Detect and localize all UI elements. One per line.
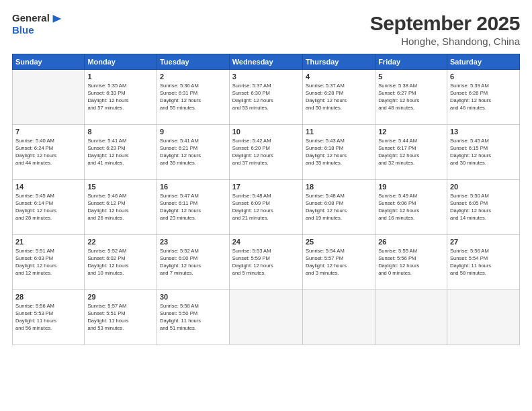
day-number: 6 [450,73,517,81]
calendar-cell: 16Sunrise: 5:47 AM Sunset: 6:11 PM Dayli… [157,180,229,235]
day-number: 27 [450,238,517,246]
calendar-cell [302,290,375,345]
calendar-cell: 24Sunrise: 5:53 AM Sunset: 5:59 PM Dayli… [229,235,302,290]
day-number: 25 [306,238,372,246]
calendar-cell: 18Sunrise: 5:48 AM Sunset: 6:08 PM Dayli… [302,180,375,235]
day-number: 4 [306,73,372,81]
calendar-cell: 30Sunrise: 5:58 AM Sunset: 5:50 PM Dayli… [157,290,229,345]
day-info: Sunrise: 5:37 AM Sunset: 6:28 PM Dayligh… [306,82,372,111]
logo: General Blue [12,12,63,36]
day-number: 29 [87,293,154,301]
calendar-cell: 15Sunrise: 5:46 AM Sunset: 6:12 PM Dayli… [85,180,157,235]
calendar-cell: 10Sunrise: 5:42 AM Sunset: 6:20 PM Dayli… [229,125,302,180]
day-info: Sunrise: 5:47 AM Sunset: 6:11 PM Dayligh… [160,192,226,222]
day-info: Sunrise: 5:38 AM Sunset: 6:27 PM Dayligh… [378,82,444,111]
calendar-cell [375,290,447,345]
title-block: September 2025 Honghe, Shandong, China [370,12,520,47]
calendar-cell: 3Sunrise: 5:37 AM Sunset: 6:30 PM Daylig… [229,70,302,125]
calendar-cell: 28Sunrise: 5:56 AM Sunset: 5:53 PM Dayli… [13,290,85,345]
day-number: 21 [15,238,81,246]
day-number: 15 [87,183,154,191]
day-number: 18 [306,183,372,191]
calendar-cell [13,70,85,125]
calendar-cell [229,290,302,345]
calendar-cell: 4Sunrise: 5:37 AM Sunset: 6:28 PM Daylig… [302,70,375,125]
day-info: Sunrise: 5:46 AM Sunset: 6:12 PM Dayligh… [87,192,154,222]
day-info: Sunrise: 5:52 AM Sunset: 6:00 PM Dayligh… [160,247,226,277]
calendar-cell [447,290,519,345]
day-info: Sunrise: 5:48 AM Sunset: 6:09 PM Dayligh… [232,192,300,222]
day-info: Sunrise: 5:58 AM Sunset: 5:50 PM Dayligh… [160,302,226,332]
day-info: Sunrise: 5:53 AM Sunset: 5:59 PM Dayligh… [232,247,300,277]
calendar-cell: 20Sunrise: 5:50 AM Sunset: 6:05 PM Dayli… [447,180,519,235]
calendar-cell: 21Sunrise: 5:51 AM Sunset: 6:03 PM Dayli… [13,235,85,290]
day-number: 12 [378,128,444,136]
calendar-cell: 22Sunrise: 5:52 AM Sunset: 6:02 PM Dayli… [85,235,157,290]
day-info: Sunrise: 5:41 AM Sunset: 6:21 PM Dayligh… [160,137,226,167]
day-number: 7 [15,128,81,136]
day-info: Sunrise: 5:40 AM Sunset: 6:24 PM Dayligh… [15,137,81,167]
calendar-cell: 27Sunrise: 5:56 AM Sunset: 5:54 PM Dayli… [447,235,519,290]
weekday-header-friday: Friday [375,54,447,70]
calendar-table: SundayMondayTuesdayWednesdayThursdayFrid… [12,54,520,345]
svg-marker-0 [52,15,61,23]
day-info: Sunrise: 5:35 AM Sunset: 6:33 PM Dayligh… [87,82,154,111]
calendar-cell: 23Sunrise: 5:52 AM Sunset: 6:00 PM Dayli… [157,235,229,290]
day-number: 30 [160,293,226,301]
day-info: Sunrise: 5:48 AM Sunset: 6:08 PM Dayligh… [306,192,372,222]
calendar-cell: 13Sunrise: 5:45 AM Sunset: 6:15 PM Dayli… [447,125,519,180]
calendar-cell: 7Sunrise: 5:40 AM Sunset: 6:24 PM Daylig… [13,125,85,180]
day-info: Sunrise: 5:45 AM Sunset: 6:15 PM Dayligh… [450,137,517,167]
calendar-cell: 8Sunrise: 5:41 AM Sunset: 6:23 PM Daylig… [85,125,157,180]
logo-blue: Blue [12,24,63,36]
day-info: Sunrise: 5:51 AM Sunset: 6:03 PM Dayligh… [15,247,81,277]
day-info: Sunrise: 5:42 AM Sunset: 6:20 PM Dayligh… [232,137,300,167]
day-number: 17 [232,183,300,191]
day-info: Sunrise: 5:36 AM Sunset: 6:31 PM Dayligh… [160,82,226,111]
day-info: Sunrise: 5:37 AM Sunset: 6:30 PM Dayligh… [232,82,300,111]
day-number: 11 [306,128,372,136]
day-info: Sunrise: 5:44 AM Sunset: 6:17 PM Dayligh… [378,137,444,167]
day-info: Sunrise: 5:55 AM Sunset: 5:56 PM Dayligh… [378,247,444,277]
day-number: 16 [160,183,226,191]
calendar-cell: 14Sunrise: 5:45 AM Sunset: 6:14 PM Dayli… [13,180,85,235]
calendar-cell: 19Sunrise: 5:49 AM Sunset: 6:06 PM Dayli… [375,180,447,235]
day-number: 8 [87,128,154,136]
day-info: Sunrise: 5:57 AM Sunset: 5:51 PM Dayligh… [87,302,154,332]
day-number: 3 [232,73,300,81]
calendar-cell: 11Sunrise: 5:43 AM Sunset: 6:18 PM Dayli… [302,125,375,180]
calendar-cell: 25Sunrise: 5:54 AM Sunset: 5:57 PM Dayli… [302,235,375,290]
logo-text: General [12,12,63,24]
day-info: Sunrise: 5:56 AM Sunset: 5:54 PM Dayligh… [450,247,517,277]
day-info: Sunrise: 5:41 AM Sunset: 6:23 PM Dayligh… [87,137,154,167]
day-info: Sunrise: 5:52 AM Sunset: 6:02 PM Dayligh… [87,247,154,277]
calendar-cell: 2Sunrise: 5:36 AM Sunset: 6:31 PM Daylig… [157,70,229,125]
day-info: Sunrise: 5:39 AM Sunset: 6:26 PM Dayligh… [450,82,517,111]
day-number: 22 [87,238,154,246]
day-number: 14 [15,183,81,191]
calendar-cell: 9Sunrise: 5:41 AM Sunset: 6:21 PM Daylig… [157,125,229,180]
calendar-cell: 1Sunrise: 5:35 AM Sunset: 6:33 PM Daylig… [85,70,157,125]
day-number: 10 [232,128,300,136]
weekday-header-saturday: Saturday [447,54,519,70]
calendar-subtitle: Honghe, Shandong, China [370,36,520,47]
weekday-header-monday: Monday [85,54,157,70]
calendar-cell: 26Sunrise: 5:55 AM Sunset: 5:56 PM Dayli… [375,235,447,290]
day-info: Sunrise: 5:43 AM Sunset: 6:18 PM Dayligh… [306,137,372,167]
day-number: 19 [378,183,444,191]
day-number: 24 [232,238,300,246]
day-number: 2 [160,73,226,81]
calendar-title: September 2025 [370,12,520,35]
weekday-header-tuesday: Tuesday [157,54,229,70]
day-number: 20 [450,183,517,191]
day-number: 1 [87,73,154,81]
day-number: 5 [378,73,444,81]
calendar-cell: 29Sunrise: 5:57 AM Sunset: 5:51 PM Dayli… [85,290,157,345]
day-info: Sunrise: 5:54 AM Sunset: 5:57 PM Dayligh… [306,247,372,277]
day-info: Sunrise: 5:49 AM Sunset: 6:06 PM Dayligh… [378,192,444,222]
calendar-cell: 6Sunrise: 5:39 AM Sunset: 6:26 PM Daylig… [447,70,519,125]
day-info: Sunrise: 5:56 AM Sunset: 5:53 PM Dayligh… [15,302,81,332]
day-number: 26 [378,238,444,246]
calendar-cell: 17Sunrise: 5:48 AM Sunset: 6:09 PM Dayli… [229,180,302,235]
header: General Blue September 2025 Honghe, Shan… [12,12,520,47]
